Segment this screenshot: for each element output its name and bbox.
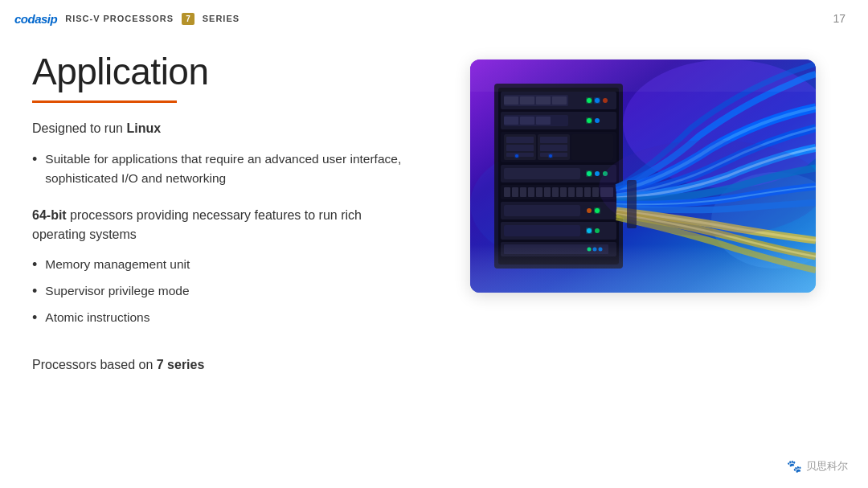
svg-rect-60 — [504, 225, 580, 236]
svg-rect-30 — [540, 145, 567, 151]
section-2-text: 64-bit processors providing necessary fe… — [32, 206, 418, 246]
footer-plain: Processors based on — [32, 358, 157, 371]
svg-rect-25 — [571, 134, 613, 160]
svg-rect-50 — [584, 187, 591, 197]
watermark: 🐾 贝思科尔 — [787, 459, 848, 474]
slide: codasip RISC-V PROCESSORS 7 SERIES 17 Ap… — [0, 0, 868, 488]
bullet-item-atomic: Atomic instructions — [45, 308, 149, 327]
section-2-rest: processors providing necessary features … — [32, 208, 362, 242]
right-column — [450, 51, 836, 472]
svg-point-59 — [595, 228, 600, 233]
bullet-group-2: Memory management unit Supervisor privil… — [32, 255, 418, 334]
svg-rect-40 — [504, 187, 510, 197]
svg-point-17 — [587, 118, 592, 123]
svg-rect-69 — [470, 59, 816, 92]
svg-point-55 — [595, 208, 600, 213]
svg-rect-31 — [540, 153, 567, 157]
svg-rect-11 — [504, 96, 518, 105]
bullet-item-mmu: Memory management unit — [45, 255, 190, 274]
svg-point-10 — [603, 98, 608, 103]
bullet-group-1: Suitable for applications that require a… — [32, 150, 418, 193]
svg-rect-44 — [536, 187, 542, 197]
title-underline — [32, 100, 177, 103]
intro-bold: Linux — [126, 121, 161, 135]
svg-rect-12 — [520, 96, 534, 105]
svg-rect-27 — [506, 145, 534, 151]
svg-rect-41 — [512, 187, 518, 197]
page-title: Application — [32, 51, 418, 92]
svg-rect-13 — [536, 96, 551, 105]
svg-point-58 — [587, 228, 592, 233]
section-2-bold: 64-bit — [32, 208, 67, 222]
intro-text: Designed to run Linux — [32, 119, 418, 138]
svg-point-8 — [587, 98, 592, 103]
list-item: Atomic instructions — [32, 308, 418, 330]
list-item: Supervisor privilege mode — [32, 281, 418, 303]
svg-point-67 — [599, 140, 816, 236]
left-column: Application Designed to run Linux Suitab… — [32, 51, 418, 472]
list-item: Memory management unit — [32, 255, 418, 277]
list-item: Suitable for applications that require a… — [32, 150, 418, 188]
svg-rect-56 — [504, 205, 580, 216]
svg-rect-51 — [592, 187, 599, 197]
svg-rect-68 — [470, 244, 816, 293]
svg-rect-19 — [504, 117, 518, 125]
footer-bold: 7 series — [157, 358, 205, 371]
watermark-icon: 🐾 — [787, 459, 802, 474]
logo-codasip: codasip — [14, 12, 57, 26]
logo-product-line: RISC-V PROCESSORS — [65, 14, 174, 23]
slide-number: 17 — [833, 12, 845, 25]
svg-rect-26 — [506, 137, 534, 143]
svg-point-36 — [595, 171, 600, 176]
svg-rect-45 — [544, 187, 551, 197]
svg-point-18 — [595, 118, 600, 123]
svg-rect-29 — [540, 137, 567, 143]
server-illustration — [470, 59, 816, 293]
server-image — [470, 59, 816, 293]
svg-point-9 — [595, 98, 600, 103]
svg-rect-46 — [552, 187, 559, 197]
svg-point-33 — [549, 154, 552, 158]
svg-rect-49 — [576, 187, 583, 197]
svg-point-35 — [587, 171, 592, 176]
footer-text: Processors based on 7 series — [32, 355, 418, 375]
watermark-text: 贝思科尔 — [806, 459, 848, 474]
svg-rect-43 — [528, 187, 534, 197]
bullet-item-text: Suitable for applications that require a… — [45, 150, 418, 188]
logo-badge: 7 — [182, 13, 194, 25]
svg-rect-20 — [520, 117, 534, 125]
svg-rect-48 — [568, 187, 575, 197]
svg-point-54 — [587, 208, 592, 213]
header: codasip RISC-V PROCESSORS 7 SERIES 17 — [0, 0, 868, 35]
svg-rect-47 — [560, 187, 567, 197]
content-area: Application Designed to run Linux Suitab… — [0, 35, 868, 488]
svg-rect-21 — [536, 117, 551, 125]
svg-point-32 — [515, 154, 518, 158]
intro-text-plain: Designed to run — [32, 121, 126, 135]
svg-rect-28 — [506, 153, 534, 157]
bullet-item-supervisor: Supervisor privilege mode — [45, 281, 189, 301]
svg-rect-42 — [520, 187, 526, 197]
svg-rect-38 — [504, 168, 580, 179]
svg-rect-14 — [552, 96, 567, 105]
header-left: codasip RISC-V PROCESSORS 7 SERIES — [14, 12, 240, 26]
logo-series: SERIES — [203, 14, 240, 23]
